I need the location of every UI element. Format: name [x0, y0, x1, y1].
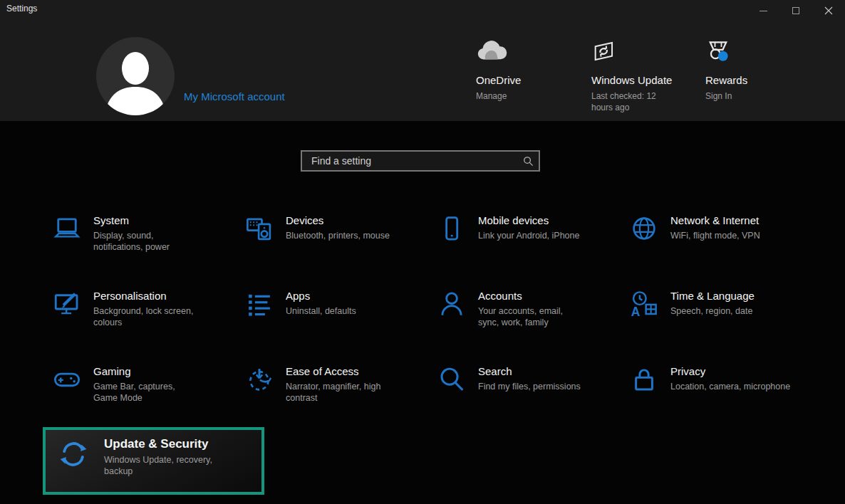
update-security-sync-icon [57, 438, 90, 471]
tile-title: Ease of Access [286, 364, 393, 379]
tile-subtitle: Display, sound, notifications, power [93, 230, 200, 253]
tile-subtitle: Location, camera, microphone [670, 381, 795, 392]
onedrive-manage-link[interactable]: Manage [476, 90, 583, 102]
search-magnifier-icon [437, 364, 467, 394]
tile-title: Mobile devices [478, 214, 603, 228]
person-silhouette-icon [96, 37, 175, 115]
tile-title: Network & Internet [670, 214, 795, 228]
tile-subtitle: Speech, region, date [670, 305, 795, 317]
maximize-button[interactable] [779, 0, 812, 21]
gaming-controller-icon [52, 364, 82, 394]
rewards-medal-icon [705, 36, 812, 67]
tile-title: Gaming [93, 364, 200, 379]
rewards-sign-in-link[interactable]: Sign In [705, 90, 812, 102]
tile-mobile-devices[interactable]: Mobile devices Link your Android, iPhone [437, 214, 603, 243]
quick-action-rewards[interactable]: Rewards Sign In [705, 36, 812, 102]
tile-subtitle: Your accounts, email, sync, work, family [478, 305, 585, 328]
close-icon [824, 6, 833, 15]
tile-title: Time & Language [670, 289, 795, 303]
window-title: Settings [6, 4, 37, 14]
tile-devices[interactable]: Devices Bluetooth, printers, mouse [244, 214, 410, 243]
privacy-lock-icon [629, 364, 659, 394]
tile-title: Search [478, 364, 603, 379]
quick-action-title: Rewards [705, 74, 812, 86]
tile-time-language[interactable]: A Time & Language Speech, region, date [629, 289, 795, 319]
tile-subtitle: Narrator, magnifier, high contrast [286, 381, 393, 404]
tile-title: Personalisation [93, 289, 200, 303]
accounts-person-icon [437, 289, 467, 319]
svg-text:A: A [631, 305, 641, 319]
tile-subtitle: Find my files, permissions [478, 381, 603, 392]
apps-icon [244, 289, 274, 319]
tile-subtitle: Background, lock screen, colours [93, 305, 200, 328]
last-checked-status: Last checked: 12 hours ago [591, 90, 671, 113]
tile-title: Accounts [478, 289, 585, 303]
time-language-icon: A [629, 289, 659, 319]
tile-search[interactable]: Search Find my files, permissions [437, 364, 603, 394]
tile-subtitle: Uninstall, defaults [286, 305, 410, 317]
network-internet-globe-icon [629, 214, 659, 243]
windows-update-icon [591, 36, 698, 67]
system-icon [52, 214, 82, 243]
window-controls [747, 0, 845, 21]
devices-icon [244, 214, 274, 243]
quick-action-title: OneDrive [476, 74, 583, 86]
tile-privacy[interactable]: Privacy Location, camera, microphone [629, 364, 795, 394]
tile-system[interactable]: System Display, sound, notifications, po… [52, 214, 200, 253]
quick-action-onedrive[interactable]: OneDrive Manage [476, 36, 583, 102]
quick-action-title: Windows Update [591, 74, 698, 86]
tile-gaming[interactable]: Gaming Game Bar, captures, Game Mode [52, 364, 200, 404]
maximize-icon [792, 7, 799, 14]
tile-title: Apps [286, 289, 410, 303]
onedrive-cloud-icon [476, 36, 583, 67]
tile-subtitle: Link your Android, iPhone [478, 230, 603, 241]
avatar [96, 37, 175, 115]
tile-title: Devices [286, 214, 410, 228]
tile-subtitle: Windows Update, recovery, backup [104, 454, 224, 477]
tile-title: Update & Security [104, 436, 224, 452]
search-input[interactable] [302, 155, 517, 167]
tile-title: Privacy [670, 364, 795, 379]
tile-apps[interactable]: Apps Uninstall, defaults [244, 289, 410, 319]
minimize-button[interactable] [747, 0, 779, 21]
tile-subtitle: Bluetooth, printers, mouse [286, 230, 410, 241]
tile-accounts[interactable]: Accounts Your accounts, email, sync, wor… [437, 289, 585, 328]
tile-update-security[interactable]: Update & Security Windows Update, recove… [43, 427, 264, 495]
personalisation-icon [52, 289, 82, 319]
search-icon[interactable] [517, 156, 539, 167]
tile-network-internet[interactable]: Network & Internet WiFi, flight mode, VP… [629, 214, 795, 243]
search-box [301, 150, 540, 172]
tile-title: System [93, 214, 200, 228]
tile-ease-of-access[interactable]: Ease of Access Narrator, magnifier, high… [244, 364, 393, 404]
ease-of-access-icon [244, 364, 274, 394]
minimize-icon [760, 11, 767, 11]
tile-subtitle: Game Bar, captures, Game Mode [93, 381, 200, 404]
my-microsoft-account-link[interactable]: My Microsoft account [184, 90, 285, 103]
quick-action-windows-update[interactable]: Windows Update Last checked: 12 hours ag… [591, 36, 698, 113]
tile-subtitle: WiFi, flight mode, VPN [670, 230, 795, 241]
tile-personalisation[interactable]: Personalisation Background, lock screen,… [52, 289, 200, 328]
close-button[interactable] [812, 0, 845, 21]
mobile-devices-icon [437, 214, 467, 243]
